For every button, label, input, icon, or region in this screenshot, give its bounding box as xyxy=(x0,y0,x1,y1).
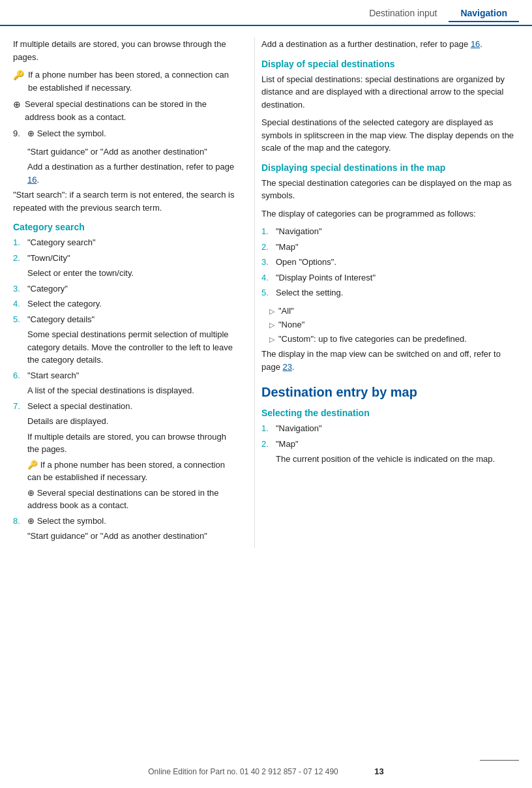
cat-num-3: 3. xyxy=(13,282,27,296)
contact-icon-2: ⊕ xyxy=(27,488,37,498)
step9-sub2: Add a destination as a further destinati… xyxy=(27,160,239,186)
sel-step-2: 2. "Map" xyxy=(261,438,519,451)
cat-step-7: 7. Select a special destination. xyxy=(13,400,239,413)
displaying-map-p1: The special destination categories can b… xyxy=(261,177,519,202)
sub-option-custom: ▷ "Custom": up to five categories can be… xyxy=(269,333,519,346)
note-phone-text: If a phone number has been stored, a con… xyxy=(28,68,239,94)
map-steps-list: 1. "Navigation" 2. "Map" 3. Open "Option… xyxy=(261,225,519,299)
cat-step-4: 4. Select the category. xyxy=(13,297,239,311)
cat-num-8: 8. xyxy=(13,515,27,528)
left-intro1: If multiple details are stored, you can … xyxy=(13,38,239,63)
selecting-steps-list: 1. "Navigation" 2. "Map" The current pos… xyxy=(261,422,519,466)
footer: Online Edition for Part no. 01 40 2 912 … xyxy=(0,766,532,776)
sel-step-2-sub: The current position of the vehicle is i… xyxy=(261,453,519,466)
arrow-icon-1: ▷ xyxy=(269,306,274,317)
phone-icon: 🔑 xyxy=(13,68,24,82)
header: Destination input Navigation xyxy=(0,0,532,26)
tab-destination-input[interactable]: Destination input xyxy=(357,5,449,21)
step9-text: Select the symbol. xyxy=(37,129,106,138)
display-note: The display in the map view can be switc… xyxy=(261,348,519,373)
cat-num-5: 5. xyxy=(13,313,27,326)
cat-num-2: 2. xyxy=(13,252,27,265)
displaying-map-p2: The display of categories can be program… xyxy=(261,207,519,220)
cat-num-1: 1. xyxy=(13,236,27,249)
footer-line xyxy=(480,760,519,761)
arrow-icon-2: ▷ xyxy=(269,320,274,331)
content-wrapper: If multiple details are stored, you can … xyxy=(0,26,532,548)
display-note-link[interactable]: 23 xyxy=(283,362,292,372)
map-step-5: 5. Select the setting. xyxy=(261,286,519,299)
displaying-map-heading: Displaying special destinations in the m… xyxy=(261,162,519,173)
sub-option-none: ▷ "None" xyxy=(269,318,519,331)
add-dest-right: Add a destination as a further destinati… xyxy=(261,38,519,51)
step9: 9. ⊕ Select the symbol. xyxy=(13,127,239,140)
start-search-note: "Start search": if a search term is not … xyxy=(13,189,239,214)
step9-sub1: "Start guidance" or "Add as another dest… xyxy=(27,145,239,159)
display-special-p1: List of special destinations: special de… xyxy=(261,73,519,112)
phone-icon-2: 🔑 xyxy=(27,460,40,470)
cat-step-7-sub1: Details are displayed. xyxy=(13,415,239,428)
cat-step-7-sub2: If multiple details are stored, you can … xyxy=(13,431,239,456)
add-dest-link[interactable]: 16 xyxy=(471,39,480,49)
category-steps: 1. "Category search" 2. "Town/City" Sele… xyxy=(13,236,239,543)
category-search-heading: Category search xyxy=(13,222,239,232)
cat-step-6-sub: A list of the special destinations is di… xyxy=(13,384,239,397)
destination-entry-heading: Destination entry by map xyxy=(261,385,519,400)
step9-icon: ⊕ xyxy=(27,129,37,138)
cat-step-7-note1: 🔑 If a phone number has been stored, a c… xyxy=(13,459,239,484)
left-column: If multiple details are stored, you can … xyxy=(13,38,254,548)
header-tabs: Destination input Navigation xyxy=(357,5,519,21)
step9-list: 9. ⊕ Select the symbol. xyxy=(13,127,239,140)
selecting-dest-heading: Selecting the destination xyxy=(261,408,519,418)
cat-step-3: 3. "Category" xyxy=(13,282,239,296)
map-step-3: 3. Open "Options". xyxy=(261,256,519,269)
sub-options-list: ▷ "All" ▷ "None" ▷ "Custom": up to five … xyxy=(269,305,519,346)
footer-text: Online Edition for Part no. 01 40 2 912 … xyxy=(148,767,338,776)
cat-step-7-note2: ⊕ Several special destinations can be st… xyxy=(13,487,239,512)
cat-step-1: 1. "Category search" xyxy=(13,236,239,249)
cat-step-2: 2. "Town/City" xyxy=(13,252,239,265)
display-special-p2: Special destinations of the selected cat… xyxy=(261,116,519,155)
cat-step-2-sub: Select or enter the town/city. xyxy=(13,267,239,280)
cat-num-7: 7. xyxy=(13,400,27,413)
step9-content: ⊕ Select the symbol. xyxy=(27,127,239,140)
right-column: Add a destination as a further destinati… xyxy=(254,38,519,548)
note-contact-top: ⊕ Several special destinations can be st… xyxy=(13,98,239,123)
footer-page: 13 xyxy=(364,766,384,776)
select-icon: ⊕ xyxy=(27,516,37,526)
step9-link[interactable]: 16 xyxy=(27,175,37,185)
map-step-2: 2. "Map" xyxy=(261,241,519,254)
note-phone-top: 🔑 If a phone number has been stored, a c… xyxy=(13,68,239,94)
note-contact-text: Several special destinations can be stor… xyxy=(25,98,239,123)
cat-step-8-sub: "Start guidance" or "Add as another dest… xyxy=(13,530,239,543)
contact-icon: ⊕ xyxy=(13,98,21,112)
map-step-1: 1. "Navigation" xyxy=(261,225,519,238)
cat-step-5: 5. "Category details" xyxy=(13,313,239,326)
map-step-4: 4. "Display Points of Interest" xyxy=(261,271,519,284)
cat-step-8: 8. ⊕ Select the symbol. xyxy=(13,515,239,528)
cat-num-4: 4. xyxy=(13,297,27,311)
arrow-icon-3: ▷ xyxy=(269,334,274,345)
tab-navigation[interactable]: Navigation xyxy=(449,5,519,22)
display-special-heading: Display of special destinations xyxy=(261,59,519,69)
cat-step-6: 6. "Start search" xyxy=(13,369,239,382)
sub-option-all: ▷ "All" xyxy=(269,305,519,318)
sel-step-1: 1. "Navigation" xyxy=(261,422,519,435)
cat-num-6: 6. xyxy=(13,369,27,382)
step9-num: 9. xyxy=(13,127,27,140)
cat-step-5-sub: Some special destinations permit selecti… xyxy=(13,328,239,367)
